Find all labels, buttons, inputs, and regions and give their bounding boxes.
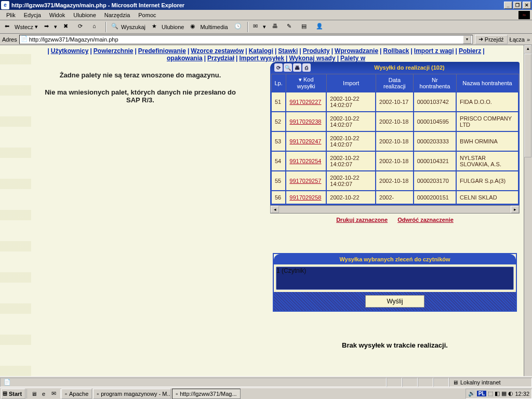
ql-desktop-icon[interactable]: 🖥 — [29, 389, 38, 398]
home-button[interactable]: ⌂ — [90, 21, 103, 33]
restore-button[interactable]: ❐ — [513, 2, 522, 9]
task-icon: ▫ — [65, 391, 67, 397]
tray-icon-4[interactable]: ◐ — [508, 390, 513, 397]
shipment-link[interactable]: 9917029227 — [289, 99, 321, 105]
media-button[interactable]: ◉Multimedia — [188, 21, 230, 33]
clock[interactable]: 12:32 — [515, 391, 529, 397]
panel-print-icon[interactable]: 🖶 — [293, 63, 301, 72]
forward-icon: ➡ — [44, 23, 52, 31]
refresh-button[interactable]: ⟳ — [75, 21, 89, 33]
reader-select[interactable]: 1 (Czytnik) — [276, 267, 514, 290]
favorites-button[interactable]: ★Ulubione — [149, 21, 187, 33]
cell-kod: 9917029254 — [286, 151, 326, 171]
forward-button[interactable]: ➡▾ — [42, 21, 60, 33]
tray-icon-1[interactable]: ⬚ — [488, 390, 493, 397]
nav-link[interactable]: Palety w — [339, 55, 366, 62]
nav-link[interactable]: Użytkownicy — [50, 47, 90, 55]
back-icon: ⬅ — [5, 23, 13, 31]
quick-launch: 🖥 e ✉ — [26, 389, 61, 398]
messenger-button[interactable]: 👤 — [313, 21, 327, 33]
history-icon: 🕓 — [234, 23, 243, 31]
address-label: Adres — [2, 36, 17, 43]
col-header[interactable]: Lp. — [271, 74, 286, 92]
ql-oe-icon[interactable]: ✉ — [49, 389, 58, 398]
nav-link[interactable]: Wykonaj wsady — [288, 55, 336, 62]
print-button[interactable]: 🖶 — [270, 21, 283, 33]
send-panel-title: Wysyłka wybranych zleceń do czytników — [274, 254, 516, 264]
col-header[interactable]: Import — [326, 74, 376, 92]
col-header[interactable]: Data realizacji — [376, 74, 414, 92]
nav-link[interactable]: Wprowadzanie — [334, 47, 379, 55]
scroll-up-button[interactable]: ▴ — [524, 45, 531, 54]
search-button[interactable]: 🔍Wyszukaj — [109, 21, 148, 33]
shipment-link[interactable]: 9917029254 — [289, 158, 321, 164]
nav-link[interactable]: Rollback — [382, 47, 410, 55]
address-input[interactable]: 📄 http://lgzww371/Magazyn/main.php ▾ — [19, 35, 473, 44]
menu-tools[interactable]: Narzędzia — [100, 11, 135, 19]
panel-export-icon[interactable]: ⎙ — [302, 63, 311, 72]
col-header[interactable]: Nr hontrahenta — [414, 74, 456, 92]
taskbar-task[interactable]: ▫Apache — [61, 389, 92, 399]
minimize-button[interactable]: _ — [504, 2, 512, 9]
invert-selection-link[interactable]: Odwróć zaznaczenie — [397, 217, 454, 223]
status-message: 📄 — [0, 378, 387, 387]
col-header[interactable]: ▾ Kod wysyłki — [286, 74, 326, 92]
reader-option[interactable]: 1 (Czytnik) — [276, 267, 513, 274]
menu-file[interactable]: Plik — [2, 11, 20, 19]
taskbar-task[interactable]: ▫program magazynowy - M... — [93, 389, 171, 399]
scroll-left-button[interactable]: ◂ — [271, 206, 279, 213]
discuss-icon: ▤ — [301, 23, 310, 31]
nav-link[interactable]: Import wysyłek — [238, 55, 285, 62]
nav-link[interactable]: Produkty — [302, 47, 331, 55]
cell-lp: 54 — [271, 151, 286, 171]
nav-link[interactable]: opakowania — [166, 55, 204, 62]
nav-link[interactable]: Stawki — [277, 47, 299, 55]
cell-import: 2002-10-22 14:02:07 — [326, 151, 376, 171]
mail-button[interactable]: ✉▾ — [250, 21, 269, 33]
print-selected-link[interactable]: Drukuj zaznaczone — [336, 217, 388, 223]
nav-link[interactable]: Predefiniowanie — [137, 47, 187, 55]
shipment-link[interactable]: 9917029238 — [289, 118, 321, 125]
address-bar: Adres 📄 http://lgzww371/Magazyn/main.php… — [0, 34, 532, 45]
back-button[interactable]: ⬅Wstecz▾ — [2, 21, 41, 33]
close-button[interactable]: ✕ — [523, 2, 531, 9]
links-label[interactable]: Łącza — [510, 36, 525, 43]
vertical-scrollbar[interactable]: ▴ — [524, 45, 532, 376]
horizontal-scrollbar[interactable]: ◂ ▸ — [270, 205, 520, 214]
volume-icon[interactable]: 🔊 — [468, 390, 475, 397]
menu-edit[interactable]: Edycja — [20, 11, 45, 19]
tray-icon-2[interactable]: ◧ — [495, 390, 500, 397]
send-button[interactable]: Wyślij — [365, 295, 424, 308]
nav-link[interactable]: Import z wagi — [413, 47, 455, 55]
nav-link[interactable]: Pobierz — [458, 47, 482, 55]
stop-button[interactable]: ✖ — [61, 21, 74, 33]
menu-favorites[interactable]: Ulubione — [69, 11, 100, 19]
shipments-panel: ⟳ 🔍 🖶 ⎙ Wysyłki do realizacji (102) Lp.▾… — [270, 62, 520, 226]
edit-button[interactable]: ✎ — [284, 21, 298, 33]
tray-icon-3[interactable]: ▦ — [501, 390, 507, 397]
start-button[interactable]: ⊞Start — [1, 389, 25, 399]
history-button[interactable]: 🕓 — [232, 21, 245, 33]
cell-lp: 56 — [271, 191, 286, 204]
menu-help[interactable]: Pomoc — [134, 11, 160, 19]
cell-kod: 9917029257 — [286, 171, 326, 191]
address-dropdown[interactable]: ▾ — [463, 35, 471, 44]
col-header[interactable]: Nazwa hontrahenta — [456, 74, 518, 92]
ql-ie-icon[interactable]: e — [39, 389, 48, 398]
language-indicator[interactable]: PL — [477, 391, 487, 396]
nav-link[interactable]: Powierzchnie — [92, 47, 135, 55]
menu-view[interactable]: Widok — [45, 11, 70, 19]
taskbar-task[interactable]: ▫http://lgzww371/Mag... — [172, 389, 240, 399]
nav-link[interactable]: Wzorce zestawów — [190, 47, 245, 55]
shipment-link[interactable]: 9917029257 — [289, 178, 321, 184]
scroll-right-button[interactable]: ▸ — [511, 206, 519, 213]
panel-search-icon[interactable]: 🔍 — [284, 63, 292, 72]
discuss-button[interactable]: ▤ — [299, 21, 312, 33]
panel-refresh-icon[interactable]: ⟳ — [274, 63, 283, 72]
nav-link[interactable]: Katalogi — [248, 47, 274, 55]
shipment-link[interactable]: 9917029247 — [289, 138, 321, 144]
nav-link[interactable]: Przydział — [206, 55, 235, 62]
shipment-link[interactable]: 9917029258 — [289, 194, 321, 201]
scroll-thumb[interactable] — [524, 54, 531, 157]
go-button[interactable]: ➜Przejdź — [475, 35, 508, 44]
